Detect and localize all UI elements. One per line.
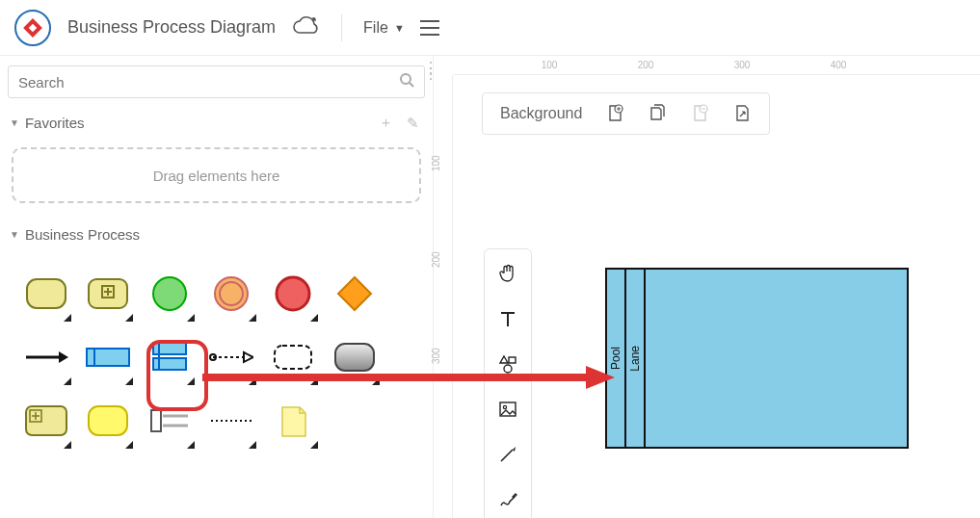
intermediate-event-shape[interactable] [200, 262, 262, 325]
ruler-tick: 300 [431, 348, 441, 364]
start-event-shape[interactable] [139, 262, 200, 325]
pool-vertical-shape[interactable] [139, 325, 200, 389]
call-activity-yellow-shape[interactable] [77, 389, 139, 453]
app-logo [13, 9, 52, 47]
data-object-shape[interactable] [324, 325, 385, 389]
svg-rect-33 [151, 410, 161, 431]
svg-rect-5 [27, 279, 66, 308]
pool-header[interactable]: Pool [607, 270, 626, 447]
svg-line-49 [501, 450, 513, 461]
call-activity-shape[interactable] [15, 389, 77, 453]
association-shape[interactable] [200, 389, 262, 453]
lane-body[interactable] [646, 270, 907, 447]
cloud-sync-icon[interactable] [291, 15, 320, 39]
business-process-label: Business Process [25, 226, 140, 243]
gateway-shape[interactable] [324, 262, 385, 325]
svg-point-3 [401, 74, 411, 84]
canvas-tools-toolbar [484, 248, 532, 518]
favorites-section-header[interactable]: ▼ Favorites ＋ ✎ [8, 108, 425, 138]
text-tool-icon[interactable] [497, 308, 518, 332]
lane-header[interactable]: Lane [626, 270, 646, 447]
delete-page-icon[interactable] [690, 103, 709, 125]
file-menu-label: File [363, 19, 388, 37]
svg-line-4 [410, 83, 413, 87]
freehand-tool-icon[interactable] [497, 489, 518, 513]
svg-rect-32 [89, 406, 127, 435]
duplicate-page-icon[interactable] [648, 103, 667, 125]
separator [341, 14, 342, 41]
svg-marker-50 [513, 447, 516, 452]
ruler-tick: 200 [638, 60, 654, 70]
ruler-tick: 300 [734, 60, 751, 70]
background-toolbar: Background [482, 92, 770, 135]
favorites-label: Favorites [25, 115, 85, 131]
group-shape[interactable] [262, 325, 324, 389]
ruler-tick: 200 [431, 251, 441, 268]
lane-label: Lane [628, 346, 642, 372]
lane-shape[interactable] [139, 389, 200, 453]
edit-favorites-icon[interactable]: ✎ [403, 115, 423, 132]
ruler-tick: 400 [831, 60, 847, 70]
business-process-section-header[interactable]: ▼ Business Process [8, 220, 425, 248]
vertical-ruler: 100 200 300 [434, 75, 453, 518]
panel-options-handle[interactable]: ⋮⋮ [423, 65, 431, 77]
ruler-tick: 100 [431, 155, 441, 171]
file-menu[interactable]: File ▼ [363, 19, 405, 37]
document-title[interactable]: Business Process Diagram [67, 17, 276, 38]
shape-palette [8, 248, 425, 453]
end-event-shape[interactable] [262, 262, 324, 325]
svg-rect-17 [87, 349, 129, 366]
chevron-down-icon: ▼ [394, 22, 405, 34]
svg-marker-24 [244, 352, 253, 362]
diagram-canvas[interactable]: 100 200 300 400 100 200 300 Background [434, 56, 980, 518]
ruler-tick: 100 [542, 60, 558, 70]
message-flow-shape[interactable] [200, 325, 262, 389]
svg-marker-44 [500, 356, 508, 363]
favorites-drop-zone[interactable]: Drag elements here [12, 147, 421, 203]
add-favorite-icon[interactable]: ＋ [375, 114, 397, 132]
line-tool-icon[interactable] [497, 444, 518, 468]
search-input[interactable] [18, 74, 399, 91]
svg-rect-27 [335, 344, 374, 371]
svg-point-13 [277, 277, 309, 310]
shapes-tool-icon[interactable] [497, 353, 518, 377]
svg-rect-14 [338, 277, 371, 310]
image-tool-icon[interactable] [497, 399, 518, 423]
subprocess-shape[interactable] [77, 262, 139, 325]
svg-marker-16 [59, 351, 68, 363]
collapse-icon: ▼ [10, 229, 19, 240]
collapse-icon: ▼ [10, 117, 19, 128]
svg-point-46 [504, 365, 512, 373]
search-icon [399, 72, 414, 91]
horizontal-ruler: 100 200 300 400 [453, 56, 980, 75]
task-shape[interactable] [15, 262, 77, 325]
annotation-shape[interactable] [262, 389, 324, 453]
sequence-flow-shape[interactable] [15, 325, 77, 389]
page-settings-icon[interactable] [732, 103, 752, 125]
pool-horizontal-shape[interactable] [77, 325, 139, 389]
add-page-icon[interactable] [605, 103, 624, 125]
svg-point-10 [153, 277, 186, 310]
pan-tool-icon[interactable] [497, 263, 518, 287]
hamburger-menu-icon[interactable] [420, 18, 439, 38]
svg-rect-45 [509, 357, 516, 363]
svg-point-48 [503, 405, 506, 408]
pool-label: Pool [609, 347, 622, 370]
drop-hint-text: Drag elements here [153, 168, 280, 184]
pool-element[interactable]: Pool Lane [605, 268, 909, 449]
shape-search[interactable] [8, 65, 425, 98]
svg-rect-25 [275, 346, 311, 369]
background-label: Background [500, 105, 582, 122]
